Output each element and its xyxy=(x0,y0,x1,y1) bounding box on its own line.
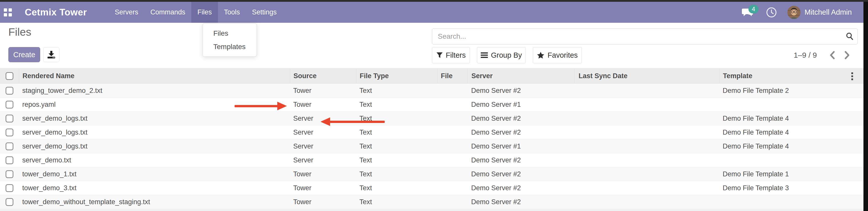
brand-title: Cetmix Tower xyxy=(25,7,87,18)
row-checkbox-cell xyxy=(0,98,19,111)
cell-file xyxy=(437,84,467,97)
search-icon[interactable] xyxy=(842,32,857,41)
row-checkbox[interactable] xyxy=(6,115,13,122)
favorites-star-icon xyxy=(537,52,545,59)
cell-file-type: Text xyxy=(356,167,437,181)
group-by-button[interactable]: Group By xyxy=(477,47,526,63)
cell-rendered-name: server_demo_logs.txt xyxy=(19,125,290,139)
table-row[interactable]: staging_tower_demo_2.txt Tower Text Demo… xyxy=(0,84,863,98)
window-right-edge xyxy=(863,0,868,211)
messages-button[interactable]: 4 xyxy=(742,5,758,20)
menu-servers[interactable]: Servers xyxy=(109,2,144,23)
cell-rendered-name: repos.yaml xyxy=(19,98,290,111)
control-panel: Files Create Filters Group By xyxy=(0,23,863,68)
cell-template: Demo File Template 4 xyxy=(719,140,863,153)
row-checkbox-cell xyxy=(0,112,19,125)
row-checkbox[interactable] xyxy=(6,170,13,178)
cell-rendered-name: server_demo_logs.txt xyxy=(19,140,290,153)
column-header-source[interactable]: Source xyxy=(290,68,356,83)
table-row[interactable]: server_demo_logs.txt Server Text Demo Se… xyxy=(0,125,863,140)
row-checkbox[interactable] xyxy=(6,184,13,192)
column-header-last-sync-date[interactable]: Last Sync Date xyxy=(574,68,719,83)
dropdown-item-templates[interactable]: Templates xyxy=(203,40,256,53)
row-checkbox[interactable] xyxy=(6,143,13,150)
cell-server: Demo Server #2 xyxy=(467,195,574,209)
pager-previous-button[interactable] xyxy=(825,48,840,63)
cell-server: Demo Server #1 xyxy=(467,140,574,153)
cell-rendered-name: tower_demo_without_template_staging.txt xyxy=(19,195,290,209)
cell-template: Demo File Template 3 xyxy=(719,181,863,195)
table-body: staging_tower_demo_2.txt Tower Text Demo… xyxy=(0,84,863,209)
column-header-server[interactable]: Server xyxy=(467,68,574,83)
messages-count-badge: 4 xyxy=(748,5,758,13)
cell-last-sync-date xyxy=(574,140,719,153)
column-header-template[interactable]: Template xyxy=(719,68,863,83)
row-checkbox-cell xyxy=(0,195,19,209)
select-all-checkbox[interactable] xyxy=(6,72,13,80)
optional-columns-button[interactable] xyxy=(848,72,856,80)
row-checkbox[interactable] xyxy=(6,128,13,137)
cell-file xyxy=(437,140,467,153)
cell-source: Server xyxy=(290,140,356,153)
table-row[interactable]: repos.yaml Tower Text Demo Server #1 xyxy=(0,98,863,112)
cell-template xyxy=(719,98,863,111)
cell-file xyxy=(437,195,467,209)
column-header-file-type[interactable]: File Type xyxy=(356,68,437,83)
export-button[interactable] xyxy=(43,47,59,62)
table-row[interactable]: tower_demo_1.txt Tower Text Demo Server … xyxy=(0,167,863,181)
filters-button[interactable]: Filters xyxy=(432,47,470,63)
top-navbar: Cetmix Tower Servers Commands Files Tool… xyxy=(0,2,863,23)
cell-file xyxy=(437,112,467,125)
cell-template xyxy=(719,153,863,167)
row-checkbox[interactable] xyxy=(6,198,13,206)
row-checkbox[interactable] xyxy=(6,101,13,109)
main-menu: Servers Commands Files Tools Settings xyxy=(109,2,283,23)
apps-menu-button[interactable] xyxy=(0,2,16,23)
menu-files[interactable]: Files xyxy=(191,2,218,23)
cell-rendered-name: staging_tower_demo_2.txt xyxy=(19,84,290,97)
table-row[interactable]: server_demo.txt Server Text Demo Server … xyxy=(0,153,863,167)
cell-last-sync-date xyxy=(574,125,719,139)
create-button[interactable]: Create xyxy=(8,47,40,62)
menu-tools[interactable]: Tools xyxy=(218,2,246,23)
clock-icon xyxy=(766,7,777,18)
cell-source: Tower xyxy=(290,84,356,97)
table-row[interactable]: tower_demo_without_template_staging.txt … xyxy=(0,195,863,209)
cell-server: Demo Server #2 xyxy=(467,153,574,167)
pager-next-button[interactable] xyxy=(840,48,855,63)
dropdown-item-files[interactable]: Files xyxy=(203,27,256,40)
cell-last-sync-date xyxy=(574,153,719,167)
row-checkbox[interactable] xyxy=(6,156,13,164)
table-row[interactable]: server_demo_logs.txt Server Text Demo Se… xyxy=(0,140,863,153)
cell-last-sync-date xyxy=(574,84,719,97)
activities-button[interactable] xyxy=(766,7,777,18)
cell-last-sync-date xyxy=(574,112,719,125)
select-all-cell xyxy=(0,68,19,83)
cell-file-type: Text xyxy=(356,195,437,209)
filter-funnel-icon xyxy=(436,52,443,58)
cell-source: Tower xyxy=(290,98,356,111)
cell-file xyxy=(437,125,467,139)
search-input[interactable] xyxy=(432,32,842,40)
table-row[interactable]: tower_demo_3.txt Tower Text Demo Server … xyxy=(0,181,863,195)
row-checkbox-cell xyxy=(0,181,19,195)
cell-file xyxy=(437,167,467,181)
column-header-file[interactable]: File xyxy=(437,68,467,83)
column-header-rendered-name[interactable]: Rendered Name xyxy=(19,68,290,83)
row-checkbox-cell xyxy=(0,167,19,181)
row-checkbox[interactable] xyxy=(6,87,13,95)
cell-rendered-name: server_demo.txt xyxy=(19,153,290,167)
cell-template: Demo File Template 2 xyxy=(719,84,863,97)
cell-source: Tower xyxy=(290,181,356,195)
cell-file-type: Text xyxy=(356,140,437,153)
menu-commands[interactable]: Commands xyxy=(144,2,191,23)
user-menu[interactable]: Mitchell Admin xyxy=(787,6,852,19)
cell-file-type: Text xyxy=(356,153,437,167)
cell-file-type: Text xyxy=(356,181,437,195)
favorites-button[interactable]: Favorites xyxy=(533,47,582,63)
table-header: Rendered Name Source File Type File Serv… xyxy=(0,68,863,84)
user-name: Mitchell Admin xyxy=(805,8,852,17)
menu-settings[interactable]: Settings xyxy=(246,2,283,23)
table-row[interactable]: server_demo_logs.txt Server Text Demo Se… xyxy=(0,112,863,125)
chevron-right-icon xyxy=(844,51,850,59)
